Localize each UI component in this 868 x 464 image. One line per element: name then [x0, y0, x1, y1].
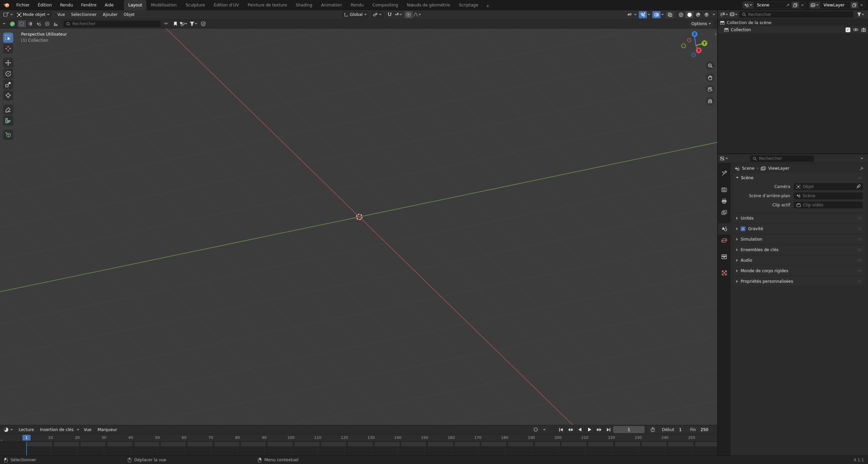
- camera-disable-icon[interactable]: [861, 28, 866, 32]
- properties-panel-6[interactable]: Propriétés personnalisées: [733, 277, 865, 286]
- camera-field[interactable]: Objet: [794, 183, 863, 190]
- options-dropdown[interactable]: Options: [689, 20, 713, 27]
- tab-sculpture[interactable]: Sculpture: [181, 0, 209, 10]
- shield-icon[interactable]: [199, 20, 207, 27]
- select-box-tool[interactable]: [3, 33, 13, 43]
- pan-hand-icon[interactable]: [706, 73, 715, 82]
- tab-world[interactable]: [718, 235, 730, 246]
- proportional-editing-toggle[interactable]: [404, 11, 413, 18]
- gizmo-z-axis[interactable]: Z: [692, 31, 698, 37]
- gizmo-y-axis[interactable]: Y: [702, 40, 707, 46]
- menu-insertion-cles[interactable]: Insertion de clés: [37, 427, 77, 432]
- outliner-collection-row[interactable]: Collection ✓: [718, 26, 868, 33]
- viewport-search[interactable]: [63, 20, 161, 27]
- timeline-expand-icon[interactable]: ›: [1, 438, 2, 443]
- tab-collection[interactable]: [718, 251, 730, 262]
- tab-view-layer[interactable]: [718, 207, 730, 218]
- outliner-scene-collection-row[interactable]: Collection de la scène: [718, 19, 868, 26]
- background-scene-field[interactable]: Scène: [794, 192, 863, 200]
- menu-fichier[interactable]: Fichier: [12, 0, 34, 10]
- editor-type-button[interactable]: [2, 11, 10, 18]
- timeline-channels[interactable]: [0, 442, 717, 456]
- overlays-toggle[interactable]: [652, 11, 661, 18]
- filter-funnel-icon[interactable]: [187, 20, 199, 27]
- properties-panel-1[interactable]: ✓Gravité: [733, 224, 865, 233]
- timeline-editor-type-button[interactable]: [2, 426, 10, 433]
- asset-display-dropdown[interactable]: [179, 20, 187, 27]
- timeline-ruler[interactable]: 1 10203040506070809010011012013014015016…: [0, 434, 717, 442]
- menu-objet[interactable]: Objet: [121, 12, 138, 17]
- outliner-search[interactable]: [739, 11, 854, 18]
- menu-marqueur[interactable]: Marqueur: [94, 427, 120, 432]
- breadcrumb-scene[interactable]: Scene: [742, 166, 755, 171]
- blender-logo-icon[interactable]: [3, 2, 10, 8]
- annotate-tool[interactable]: [3, 105, 13, 115]
- close-icon[interactable]: ×: [858, 3, 865, 7]
- snap-settings-dropdown[interactable]: [394, 11, 402, 18]
- scale-tool[interactable]: [3, 79, 13, 90]
- tab-tool[interactable]: [718, 167, 730, 179]
- menu-ajouter[interactable]: Ajouter: [100, 12, 121, 17]
- menu-edition[interactable]: Édition: [34, 0, 56, 10]
- properties-search-input[interactable]: [759, 156, 811, 161]
- menu-fenetre[interactable]: Fenêtre: [77, 0, 101, 10]
- select-mode-extend-button[interactable]: [26, 20, 34, 27]
- transform-orientation-dropdown[interactable]: Global: [342, 11, 369, 18]
- auto-keying-toggle[interactable]: [532, 426, 540, 433]
- properties-panel-0[interactable]: Unités: [733, 214, 865, 223]
- active-clip-field[interactable]: Clip vidéo: [794, 201, 863, 209]
- cursor-tool[interactable]: [3, 43, 13, 54]
- properties-panel-5[interactable]: Monde de corps rigides: [733, 266, 865, 275]
- menu-selectionner[interactable]: Sélectionner: [68, 12, 100, 17]
- menu-vue[interactable]: Vue: [54, 12, 68, 17]
- jump-to-end-button[interactable]: [604, 426, 613, 433]
- viewport-canvas[interactable]: Perspective Utilisateur (1) Collection: [0, 29, 717, 425]
- tab-texture[interactable]: [718, 267, 730, 279]
- next-keyframe-button[interactable]: [595, 426, 604, 433]
- pin-icon[interactable]: [860, 166, 864, 171]
- close-icon[interactable]: ×: [799, 3, 806, 7]
- tab-animation[interactable]: Animation: [317, 0, 346, 10]
- scene-icon[interactable]: [743, 2, 754, 8]
- properties-panel-4[interactable]: Audio: [733, 256, 865, 265]
- menu-lecture[interactable]: Lecture: [16, 427, 37, 432]
- gravity-checkbox[interactable]: ✓: [741, 226, 745, 231]
- current-frame-field[interactable]: 1: [613, 426, 645, 433]
- shading-rendered-button[interactable]: [702, 11, 710, 18]
- viewlayer-selector[interactable]: ViewLayer ×: [809, 1, 865, 9]
- frame-end-field[interactable]: Fin250: [686, 426, 712, 433]
- properties-panel-2[interactable]: Simulation: [733, 235, 865, 244]
- frame-start-field[interactable]: Début1: [658, 426, 686, 433]
- shading-wireframe-button[interactable]: [677, 11, 685, 18]
- add-cube-tool[interactable]: [3, 130, 13, 140]
- eye-icon[interactable]: [853, 28, 858, 32]
- tab-layout[interactable]: Layout: [124, 0, 147, 10]
- pin-icon[interactable]: [784, 3, 792, 7]
- keying-set-dropdown[interactable]: [540, 426, 548, 433]
- scene-selector[interactable]: Scene ×: [742, 1, 806, 9]
- select-mode-new-button[interactable]: [18, 20, 26, 27]
- viewlayer-icon[interactable]: [809, 2, 820, 8]
- tab-edition-uv[interactable]: Édition d’UV: [210, 0, 243, 10]
- orthographic-toggle-icon[interactable]: [706, 97, 715, 106]
- properties-panel-3[interactable]: Ensembles de clés: [733, 245, 865, 254]
- snap-magnet-toggle[interactable]: [386, 11, 394, 18]
- tab-scene[interactable]: [718, 223, 730, 235]
- properties-search[interactable]: [750, 155, 814, 162]
- select-mode-subtract-button[interactable]: [35, 20, 43, 27]
- bookmark-icon[interactable]: [171, 20, 179, 27]
- scene-name[interactable]: Scene: [754, 3, 784, 7]
- move-tool[interactable]: [3, 58, 13, 68]
- visibility-dropdown[interactable]: [625, 11, 633, 18]
- mode-dropdown[interactable]: Mode objet: [15, 11, 52, 18]
- properties-editor-type-button[interactable]: [720, 155, 728, 162]
- select-mode-intersect-button[interactable]: [52, 20, 60, 27]
- breadcrumb-viewlayer[interactable]: ViewLayer: [768, 166, 789, 171]
- outliner-search-input[interactable]: [748, 12, 851, 17]
- menu-aide[interactable]: Aide: [101, 0, 118, 10]
- eyedropper-icon[interactable]: [856, 184, 861, 189]
- tab-output[interactable]: [718, 195, 730, 207]
- use-preview-range-toggle[interactable]: [648, 426, 657, 433]
- gizmo-neg-z-axis[interactable]: [691, 53, 696, 57]
- menu-vue-timeline[interactable]: Vue: [81, 427, 94, 432]
